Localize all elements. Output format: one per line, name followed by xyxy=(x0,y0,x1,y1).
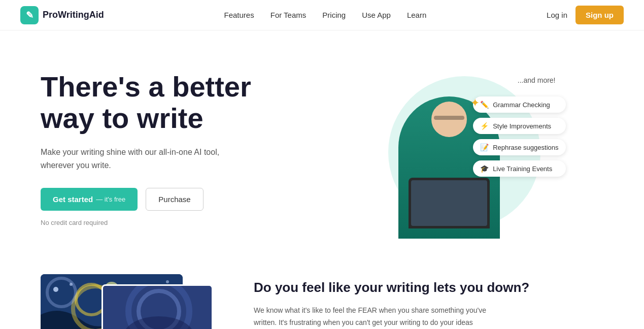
rephrase-icon: 📝 xyxy=(480,143,489,151)
nav-link-for-teams[interactable]: For Teams xyxy=(270,11,307,19)
logo[interactable]: ✎ ProWritingAid xyxy=(20,6,104,24)
hero-illustration: ✏️ Grammar Checking ⚡ Style Improvements… xyxy=(373,66,566,239)
nav-actions: Log in Sign up xyxy=(547,6,624,24)
training-icon: 🎓 xyxy=(480,164,489,173)
get-started-button[interactable]: Get started — it's free xyxy=(41,188,138,211)
painting-stack: My idea in my head xyxy=(41,274,213,329)
nav-link-features[interactable]: Features xyxy=(224,11,254,19)
nav-link-pricing[interactable]: Pricing xyxy=(322,11,346,19)
get-started-label: Get started xyxy=(53,195,93,204)
nav-link-learn[interactable]: Learn xyxy=(407,11,426,19)
no-credit-text: No credit card required xyxy=(41,219,315,226)
feature-pill-rephrase: 📝 Rephrase suggestions xyxy=(473,139,565,155)
training-label: Live Training Events xyxy=(493,165,552,173)
style-icon: ⚡ xyxy=(480,122,489,130)
painting-area: My idea in my head xyxy=(41,274,213,329)
more-label: ...and more! xyxy=(518,76,556,84)
hero-right: ✏️ Grammar Checking ⚡ Style Improvements… xyxy=(315,61,624,244)
nav-links: Features For Teams Pricing Use App Learn xyxy=(224,11,427,19)
bottom-right: Do you feel like your writing lets you d… xyxy=(254,274,603,329)
rephrase-label: Rephrase suggestions xyxy=(493,144,558,151)
feature-pill-grammar: ✏️ Grammar Checking xyxy=(473,96,565,113)
laptop-screen xyxy=(411,180,487,226)
nav-link-use-app[interactable]: Use App xyxy=(362,11,391,19)
login-button[interactable]: Log in xyxy=(547,11,567,19)
svg-point-4 xyxy=(70,283,73,286)
feature-pill-style: ⚡ Style Improvements xyxy=(473,118,565,134)
bottom-text: We know what it's like to feel the FEAR … xyxy=(254,305,487,329)
painting-front xyxy=(101,284,213,329)
navbar: ✎ ProWritingAid Features For Teams Prici… xyxy=(0,0,644,30)
svg-point-6 xyxy=(166,280,169,283)
painting-front-svg xyxy=(103,286,213,329)
feature-pills: ✏️ Grammar Checking ⚡ Style Improvements… xyxy=(473,96,565,177)
feature-pill-training: 🎓 Live Training Events xyxy=(473,160,565,177)
signup-button[interactable]: Sign up xyxy=(575,6,624,24)
sparkle-icon: ✦ xyxy=(470,96,480,110)
svg-point-3 xyxy=(53,287,58,292)
hero-section: There's a better way to write Make your … xyxy=(0,30,644,264)
free-label: — it's free xyxy=(96,195,125,203)
bottom-title: Do you feel like your writing lets you d… xyxy=(254,279,603,297)
glasses xyxy=(434,116,464,120)
grammar-label: Grammar Checking xyxy=(493,101,550,109)
hero-title: There's a better way to write xyxy=(41,71,315,134)
hero-left: There's a better way to write Make your … xyxy=(41,61,315,226)
logo-icon: ✎ xyxy=(20,6,39,24)
hero-buttons: Get started — it's free Purchase xyxy=(41,188,315,211)
hero-subtitle: Make your writing shine with our all-in-… xyxy=(41,146,233,172)
purchase-button[interactable]: Purchase xyxy=(146,188,203,211)
logo-text: ProWritingAid xyxy=(43,10,104,20)
style-label: Style Improvements xyxy=(493,122,551,130)
bottom-section: My idea in my head Do you feel like your… xyxy=(0,274,644,329)
laptop xyxy=(409,178,490,228)
grammar-icon: ✏️ xyxy=(480,101,489,109)
